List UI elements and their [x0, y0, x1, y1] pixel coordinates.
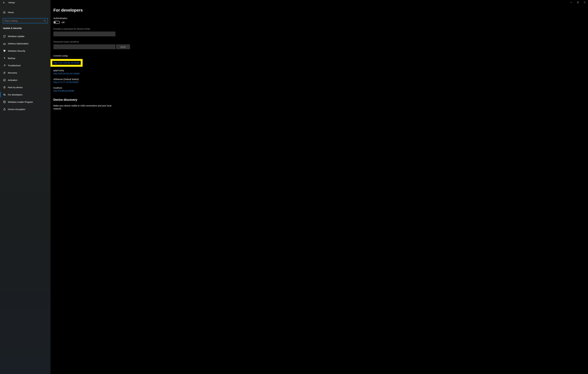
sidebar-item-label: For developers — [8, 93, 22, 96]
sidebar-item-label: Windows Insider Program — [8, 101, 33, 103]
svg-point-0 — [44, 20, 45, 21]
delivery-icon — [3, 42, 6, 45]
sidebar-item-windows-insider-program[interactable]: Windows Insider Program — [0, 98, 51, 106]
device-discovery-description: Make your device visible to USB connecti… — [53, 104, 115, 110]
sidebar-item-delivery-optimization[interactable]: Delivery Optimization — [0, 40, 51, 47]
sidebar-item-label: Troubleshoot — [8, 64, 21, 67]
sidebar-item-backup[interactable]: Backup — [0, 54, 51, 62]
sidebar-item-label: Delivery Optimization — [8, 42, 29, 45]
connection-link[interactable]: http://192.168.86.78:50080 — [53, 62, 80, 64]
svg-rect-10 — [3, 109, 5, 110]
sidebar-item-label: Backup — [8, 57, 15, 59]
sidebar-item-windows-update[interactable]: Windows Update — [0, 32, 51, 40]
auth-toggle-state: Off — [62, 21, 64, 24]
titlebar: Settings — [0, 0, 51, 5]
back-arrow-icon[interactable] — [2, 1, 5, 4]
connection-name: MSFTVPN — [53, 69, 153, 72]
svg-rect-1 — [3, 44, 5, 44]
username-input[interactable] — [53, 32, 116, 36]
search-input[interactable] — [4, 20, 44, 22]
search-icon — [44, 20, 46, 22]
window-controls — [568, 0, 588, 5]
sidebar-item-label: Windows Update — [8, 35, 24, 38]
highlighted-connection: http://192.168.86.78:50080 — [51, 59, 83, 67]
connection-link[interactable]: http://localhost:50080 — [53, 89, 74, 92]
connection-name: localhost — [53, 86, 153, 89]
svg-point-4 — [4, 87, 5, 87]
connection-name: vEthernet (Default Switch) — [53, 78, 153, 80]
password-input[interactable] — [53, 44, 116, 49]
sidebar-item-label: Recovery — [8, 72, 17, 74]
device-discovery-heading: Device discovery — [53, 98, 153, 101]
svg-point-2 — [4, 73, 5, 73]
backup-icon — [3, 57, 6, 60]
sidebar-item-label: Find my device — [8, 86, 23, 89]
home-label: Home — [8, 11, 14, 14]
svg-rect-11 — [577, 2, 579, 3]
sidebar-item-find-my-device[interactable]: Find my device — [0, 84, 51, 91]
location-icon — [3, 86, 6, 89]
sidebar-item-recovery[interactable]: Recovery — [0, 69, 51, 76]
recovery-icon — [3, 71, 6, 74]
sidebar-item-for-developers[interactable]: For developers — [0, 91, 51, 98]
svg-point-7 — [3, 101, 5, 103]
app-title: Settings — [8, 2, 15, 4]
home-icon — [3, 11, 6, 14]
auth-heading: Authentication — [53, 17, 153, 19]
section-title: Update & Security — [0, 27, 51, 29]
connection-link[interactable]: http://172.17.32.65:50080 — [53, 81, 78, 83]
search-input-container[interactable] — [3, 18, 48, 23]
wrench-icon — [3, 64, 6, 67]
sidebar-item-activation[interactable]: Activation — [0, 76, 51, 84]
maximize-button[interactable] — [575, 0, 581, 5]
sidebar-item-windows-security[interactable]: Windows Security — [0, 47, 51, 54]
apply-button[interactable]: Apply — [116, 44, 130, 49]
connection-link[interactable]: http://100.64.69.181:50080 — [53, 72, 80, 75]
sidebar-item-troubleshoot[interactable]: Troubleshoot — [0, 62, 51, 69]
page-title: For developers — [53, 8, 153, 12]
close-button[interactable] — [581, 0, 588, 5]
sync-icon — [3, 35, 6, 38]
lock-icon — [3, 108, 6, 111]
check-circle-icon — [3, 78, 6, 81]
main-panel: For developers Authentication Off Provid… — [51, 0, 588, 374]
sidebar-item-label: Windows Security — [8, 50, 25, 52]
connect-using-label: Connect using: — [53, 54, 153, 57]
shield-icon — [3, 49, 6, 52]
connection-item: MSFTVPN http://100.64.69.181:50080 — [53, 69, 153, 75]
svg-rect-6 — [5, 95, 5, 95]
insider-icon — [3, 100, 6, 103]
svg-rect-5 — [3, 94, 4, 95]
connection-item: vEthernet (Default Switch) http://172.17… — [53, 78, 153, 83]
username-label: Provide a username for Device Portal — [53, 28, 153, 30]
sidebar-item-device-encryption[interactable]: Device encryption — [0, 106, 51, 113]
sidebar-item-home[interactable]: Home — [0, 9, 51, 15]
password-label: Password (case sensitive) — [53, 41, 153, 43]
minimize-button[interactable] — [568, 0, 575, 5]
connection-item: localhost http://localhost:50080 — [53, 86, 153, 92]
sidebar: Settings Home Update & Security — [0, 0, 51, 374]
auth-toggle[interactable] — [53, 21, 60, 24]
sidebar-item-label: Activation — [8, 79, 17, 81]
svg-point-9 — [5, 101, 5, 102]
tools-icon — [3, 93, 6, 96]
svg-point-3 — [3, 79, 5, 81]
svg-point-8 — [4, 101, 4, 102]
sidebar-item-label: Device encryption — [8, 108, 25, 110]
